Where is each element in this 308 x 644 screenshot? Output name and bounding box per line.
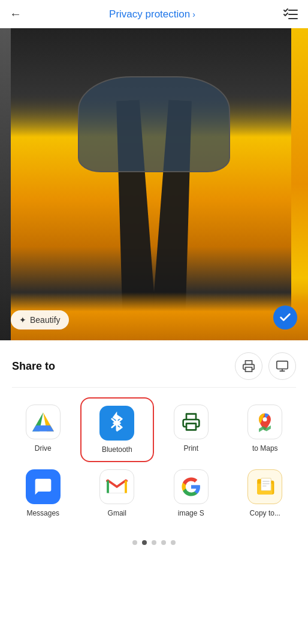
messages-icon [26,469,61,504]
print-icon [174,405,209,439]
app-item-messages[interactable]: Messages [6,462,80,525]
app-item-copy[interactable]: Copy to... [228,462,303,525]
gmail-icon [99,469,134,504]
beautify-label: Beautify [30,315,61,325]
drive-icon [26,405,61,439]
svg-point-11 [263,417,267,421]
app-label-copy: Copy to... [250,509,280,517]
app-label-drive: Drive [35,444,52,453]
svg-marker-9 [32,426,54,432]
maps-icon [247,405,282,439]
share-section: Share to [0,340,308,387]
dot-3[interactable] [152,540,156,545]
app-item-bluetooth[interactable]: Bluetooth [80,397,155,462]
dot-1[interactable] [132,540,137,545]
star-icon: ✦ [19,315,26,325]
svg-rect-4 [277,361,288,369]
back-button[interactable]: ← [10,7,22,21]
app-label-messages: Messages [26,509,59,517]
share-to-label: Share to [12,360,55,373]
photo-preview: ✦ Beautify [0,28,308,340]
header: ← Privacy protection › [0,0,308,28]
app-item-maps[interactable]: to Maps [228,397,303,462]
dot-4[interactable] [161,540,166,545]
app-item-gmail[interactable]: Gmail [80,462,155,525]
dot-5[interactable] [171,540,176,545]
svg-rect-10 [186,424,196,430]
google-icon [174,469,209,504]
screen-action-button[interactable] [268,352,296,380]
app-item-google[interactable]: image S [154,462,228,525]
copy-icon [247,469,282,504]
svg-rect-3 [246,367,252,372]
app-label-bluetooth: Bluetooth [102,445,132,454]
app-label-google: image S [178,509,204,517]
checklist-button[interactable] [283,8,298,21]
bluetooth-icon [99,406,134,441]
chevron-right-icon: › [192,10,195,19]
page-title-text: Privacy protection [109,8,190,20]
svg-rect-13 [261,478,271,491]
share-action-icons [235,352,296,380]
dot-2[interactable] [142,540,147,545]
app-label-gmail: Gmail [108,509,126,517]
app-item-drive[interactable]: Drive [6,397,80,462]
apps-grid: Drive Bluetooth Print [0,388,308,534]
app-label-print: Print [183,444,198,453]
app-item-print[interactable]: Print [154,397,228,462]
page-title[interactable]: Privacy protection › [109,8,195,20]
print-action-button[interactable] [235,352,262,380]
beautify-button[interactable]: ✦ Beautify [11,310,69,330]
select-check-button[interactable] [273,305,297,330]
page-dots [0,534,308,557]
app-label-maps: to Maps [252,444,278,453]
